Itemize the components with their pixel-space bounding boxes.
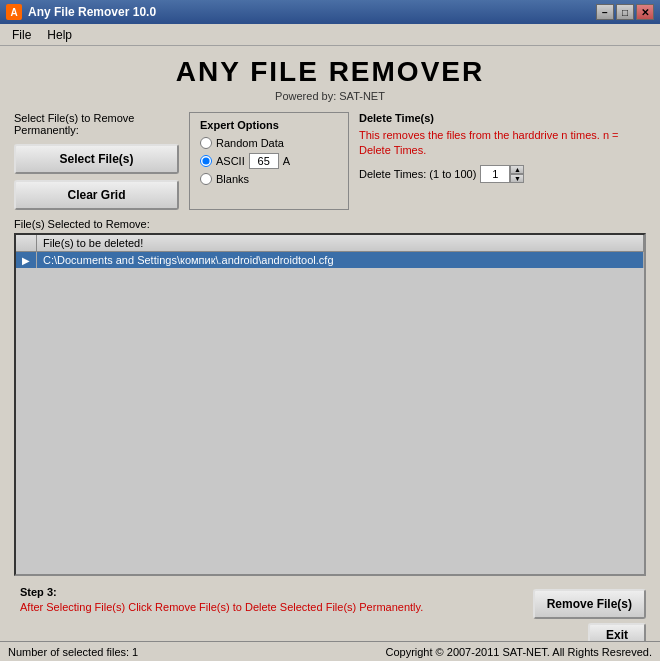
select-files-label: Select File(s) to Remove Permanently:: [14, 112, 179, 136]
delete-times-row: Delete Times: (1 to 100) ▲ ▼: [359, 165, 646, 183]
spin-up-button[interactable]: ▲: [510, 165, 524, 174]
menu-file[interactable]: File: [4, 26, 39, 44]
top-content-row: Select File(s) to Remove Permanently: Se…: [14, 112, 646, 210]
step-info: Step 3: After Selecting File(s) Click Re…: [14, 582, 523, 619]
ascii-label: ASCII: [216, 155, 245, 167]
random-data-option: Random Data: [200, 137, 338, 149]
menu-help[interactable]: Help: [39, 26, 80, 44]
files-column-header: File(s) to be deleted!: [37, 235, 644, 252]
delete-times-panel: Delete Time(s) This removes the files fr…: [359, 112, 646, 210]
clear-grid-button[interactable]: Clear Grid: [14, 180, 179, 210]
remove-files-button[interactable]: Remove File(s): [533, 589, 646, 619]
files-table-container: File(s) to be deleted! ▶ C:\Documents an…: [14, 233, 646, 576]
status-bar-right: Copyright © 2007-2011 SAT-NET. All Right…: [385, 646, 652, 658]
menu-bar: File Help: [0, 24, 660, 46]
select-files-button[interactable]: Select File(s): [14, 144, 179, 174]
delete-times-title: Delete Time(s): [359, 112, 646, 124]
expert-options-panel: Expert Options Random Data ASCII A Blank…: [189, 112, 349, 210]
ascii-suffix: A: [283, 155, 290, 167]
title-bar-title-area: A Any File Remover 10.0: [6, 4, 156, 20]
files-section-label: File(s) Selected to Remove:: [14, 218, 646, 230]
minimize-button[interactable]: −: [596, 4, 614, 20]
spinner-buttons: ▲ ▼: [510, 165, 524, 183]
delete-times-range-label: Delete Times: (1 to 100): [359, 168, 476, 180]
window-controls: − □ ✕: [596, 4, 654, 20]
app-title: ANY FILE REMOVER: [14, 56, 646, 88]
blanks-radio[interactable]: [200, 173, 212, 185]
files-section: File(s) Selected to Remove: File(s) to b…: [14, 218, 646, 576]
file-path: C:\Documents and Settings\компик\.androi…: [37, 252, 644, 269]
row-arrow: ▶: [16, 252, 37, 269]
delete-times-spinner: ▲ ▼: [480, 165, 524, 183]
delete-times-input[interactable]: [480, 165, 510, 183]
blanks-label: Blanks: [216, 173, 249, 185]
spin-down-button[interactable]: ▼: [510, 174, 524, 183]
ascii-option: ASCII A: [200, 153, 338, 169]
title-bar: A Any File Remover 10.0 − □ ✕: [0, 0, 660, 24]
ascii-value-input[interactable]: [249, 153, 279, 169]
step-text: After Selecting File(s) Click Remove Fil…: [20, 600, 517, 615]
status-bar-left: Number of selected files: 1: [8, 646, 138, 658]
random-data-label: Random Data: [216, 137, 284, 149]
random-data-radio[interactable]: [200, 137, 212, 149]
close-button[interactable]: ✕: [636, 4, 654, 20]
left-panel: Select File(s) to Remove Permanently: Se…: [14, 112, 179, 210]
step-label: Step 3:: [20, 586, 517, 598]
arrow-column-header: [16, 235, 37, 252]
files-table: File(s) to be deleted! ▶ C:\Documents an…: [16, 235, 644, 268]
ascii-radio[interactable]: [200, 155, 212, 167]
table-row[interactable]: ▶ C:\Documents and Settings\компик\.andr…: [16, 252, 644, 269]
expert-options-title: Expert Options: [200, 119, 338, 131]
bottom-area: Step 3: After Selecting File(s) Click Re…: [14, 582, 646, 619]
app-subtitle: Powered by: SAT-NET: [14, 90, 646, 102]
maximize-button[interactable]: □: [616, 4, 634, 20]
main-window: ANY FILE REMOVER Powered by: SAT-NET Sel…: [0, 46, 660, 661]
delete-times-warning: This removes the files from the harddriv…: [359, 128, 646, 159]
window-title: Any File Remover 10.0: [28, 5, 156, 19]
status-bar: Number of selected files: 1 Copyright © …: [0, 641, 660, 661]
blanks-option: Blanks: [200, 173, 338, 185]
app-icon: A: [6, 4, 22, 20]
